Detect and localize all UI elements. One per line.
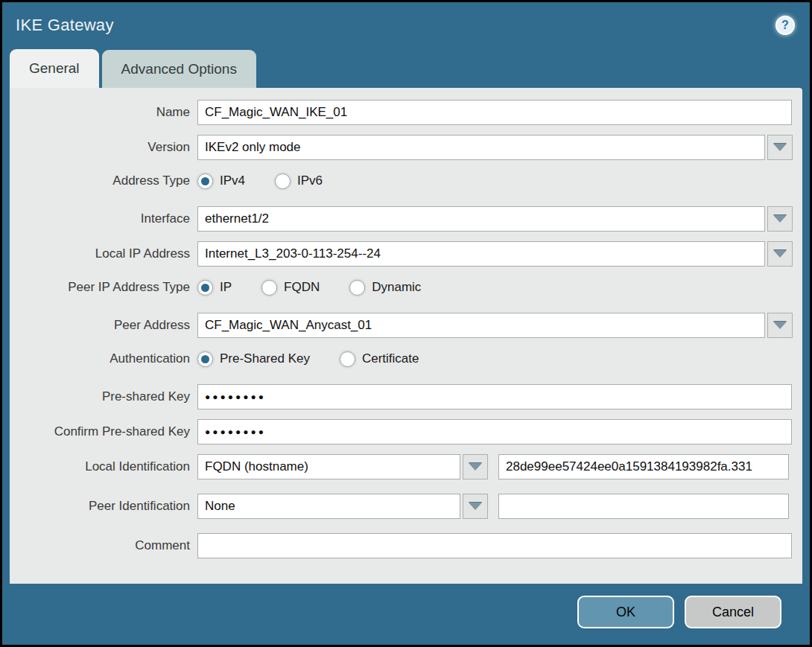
peer-identification-dropdown-button[interactable]: [463, 494, 488, 519]
radio-button-icon[interactable]: [261, 280, 277, 296]
form-row-interface: Interface: [10, 206, 802, 232]
local-ip-address-select-input[interactable]: [197, 241, 765, 267]
radio-ipv4-label: IPv4: [220, 173, 245, 188]
interface-select-input[interactable]: [197, 206, 765, 232]
peer-address-select-input[interactable]: [197, 313, 765, 338]
form-row-comment: Comment: [10, 533, 802, 558]
local-ip-address-dropdown-button[interactable]: [767, 241, 793, 267]
peer-identification-label: Peer Identification: [10, 499, 197, 514]
peer-address-dropdown-button[interactable]: [767, 313, 793, 338]
confirm-pre-shared-key-label: Confirm Pre-shared Key: [10, 424, 197, 439]
radio-button-icon[interactable]: [197, 173, 213, 189]
name-input[interactable]: [197, 100, 792, 125]
radio-pre-shared-key-label: Pre-Shared Key: [220, 351, 310, 366]
radio-fqdn[interactable]: FQDN: [261, 280, 320, 296]
form-row-name: Name: [10, 100, 802, 125]
peer-identification-type-select-input[interactable]: [197, 494, 460, 519]
chevron-down-icon: [469, 503, 482, 510]
tab-advanced-options[interactable]: Advanced Options: [102, 50, 256, 88]
radio-button-icon[interactable]: [197, 280, 213, 296]
local-identification-type-select-input[interactable]: [197, 454, 460, 479]
form-row-peer-ip-address-type: Peer IP Address Type IP FQDN Dynamic: [10, 277, 802, 298]
chevron-down-icon: [773, 215, 787, 223]
radio-dynamic[interactable]: Dynamic: [349, 280, 421, 296]
tab-general[interactable]: General: [10, 49, 99, 88]
pre-shared-key-label: Pre-shared Key: [10, 389, 197, 404]
radio-dynamic-label: Dynamic: [372, 280, 421, 295]
pre-shared-key-input[interactable]: [197, 384, 792, 409]
chevron-down-icon: [773, 144, 787, 151]
dialog-titlebar: IKE Gateway ?: [2, 2, 810, 48]
radio-ip[interactable]: IP: [197, 280, 232, 296]
version-label: Version: [10, 140, 197, 155]
radio-ipv6-label: IPv6: [297, 173, 323, 188]
form-row-local-identification: Local Identification: [10, 454, 802, 479]
form-row-peer-address: Peer Address: [10, 313, 802, 338]
radio-button-icon[interactable]: [197, 351, 213, 367]
peer-identification-value-input[interactable]: [498, 494, 789, 519]
peer-address-label: Peer Address: [10, 318, 197, 333]
radio-fqdn-label: FQDN: [284, 280, 320, 295]
chevron-down-icon: [773, 322, 787, 329]
form-row-local-ip-address: Local IP Address: [10, 241, 802, 267]
radio-pre-shared-key[interactable]: Pre-Shared Key: [197, 351, 310, 367]
authentication-label: Authentication: [10, 351, 197, 366]
radio-button-icon[interactable]: [349, 280, 365, 296]
radio-certificate-label: Certificate: [362, 351, 419, 366]
radio-button-icon[interactable]: [340, 351, 355, 367]
dialog-footer: OK Cancel: [2, 584, 810, 647]
general-tab-panel: Name Version Address Type IPv4: [10, 88, 802, 584]
peer-ip-address-type-label: Peer IP Address Type: [10, 280, 197, 295]
tab-bar: General Advanced Options: [2, 48, 810, 88]
form-row-pre-shared-key: Pre-shared Key: [10, 384, 802, 409]
confirm-pre-shared-key-input[interactable]: [197, 419, 792, 444]
comment-input[interactable]: [197, 533, 792, 558]
form-row-version: Version: [10, 135, 802, 160]
radio-certificate[interactable]: Certificate: [340, 351, 419, 367]
chevron-down-icon: [773, 250, 787, 258]
radio-ipv6[interactable]: IPv6: [275, 173, 323, 189]
name-label: Name: [10, 105, 197, 120]
comment-label: Comment: [10, 538, 197, 553]
address-type-label: Address Type: [10, 173, 197, 188]
chevron-down-icon: [469, 463, 482, 471]
interface-label: Interface: [10, 211, 197, 226]
ok-button[interactable]: OK: [577, 596, 674, 628]
local-ip-address-label: Local IP Address: [10, 246, 197, 261]
dialog-title: IKE Gateway: [16, 16, 114, 35]
ike-gateway-dialog: IKE Gateway ? General Advanced Options N…: [0, 0, 812, 647]
form-row-peer-identification: Peer Identification: [10, 494, 802, 519]
local-identification-label: Local Identification: [10, 459, 197, 474]
local-identification-value-input[interactable]: [498, 454, 789, 479]
version-dropdown-button[interactable]: [767, 135, 793, 160]
interface-dropdown-button[interactable]: [767, 206, 793, 232]
local-identification-dropdown-button[interactable]: [463, 454, 488, 479]
form-row-confirm-pre-shared-key: Confirm Pre-shared Key: [10, 419, 802, 444]
help-icon[interactable]: ?: [775, 16, 795, 35]
cancel-button[interactable]: Cancel: [685, 596, 781, 628]
version-select-input[interactable]: [197, 135, 765, 160]
form-row-authentication: Authentication Pre-Shared Key Certificat…: [10, 348, 802, 369]
radio-ip-label: IP: [220, 280, 232, 295]
radio-ipv4[interactable]: IPv4: [197, 173, 245, 189]
form-row-address-type: Address Type IPv4 IPv6: [10, 170, 802, 191]
radio-button-icon[interactable]: [275, 173, 291, 189]
